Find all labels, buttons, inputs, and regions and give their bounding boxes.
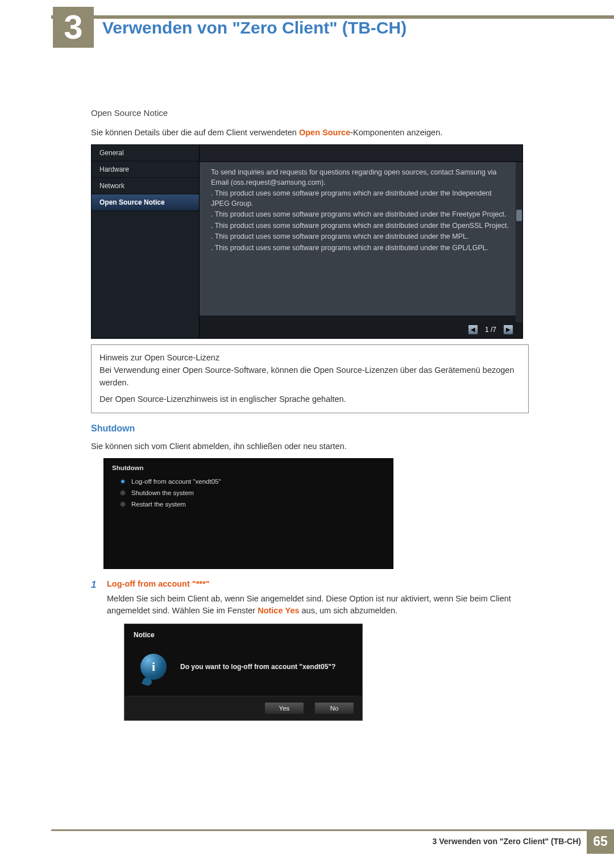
shutdown-intro: Sie können sich vom Client abmelden, ihn… — [91, 441, 529, 452]
shutdown-option-shutdown[interactable]: Shutdown the system — [112, 487, 385, 499]
sidebar-item-hardware[interactable]: Hardware — [92, 161, 199, 178]
footer-chapter-label: 3 Verwenden von "Zero Client" (TB-CH) — [433, 837, 581, 846]
open-source-highlight: Open Source — [299, 128, 350, 137]
option-label: Shutdown the system — [131, 489, 194, 496]
open-source-intro: Sie können Details über die auf dem Clie… — [91, 127, 529, 139]
license-line: . This product uses some software progra… — [211, 243, 511, 254]
sidebar-item-open-source[interactable]: Open Source Notice — [92, 194, 199, 211]
open-source-screenshot: General Hardware Network Open Source Not… — [91, 144, 523, 339]
dialog-button-bar: Yes No — [125, 696, 362, 720]
notice-highlight: Notice — [258, 606, 283, 615]
no-button[interactable]: No — [314, 702, 354, 715]
pager: ◀ 1 /7 ▶ — [468, 325, 513, 335]
logoff-description: Melden Sie sich beim Client ab, wenn Sie… — [107, 593, 529, 617]
next-page-button[interactable]: ▶ — [503, 325, 513, 335]
page-indicator: 1 /7 — [485, 326, 496, 334]
info-icon: i — [140, 654, 167, 680]
license-line: . This product uses some software progra… — [211, 221, 511, 231]
license-note-box: Hinweis zur Open Source-Lizenz Bei Verwe… — [91, 344, 529, 413]
radio-selected-icon — [120, 479, 126, 484]
scroll-thumb[interactable] — [516, 210, 522, 221]
shutdown-option-restart[interactable]: Restart the system — [112, 499, 385, 510]
license-line: . This product uses some software progra… — [211, 189, 511, 209]
text: aus, um sich abzumelden. — [300, 606, 397, 615]
note-line: Hinweis zur Open Source-Lizenz — [99, 352, 520, 364]
license-line: . This product uses some software progra… — [211, 210, 511, 220]
notice-dialog-screenshot: Notice i Do you want to log-off from acc… — [124, 624, 363, 721]
page-number: 65 — [587, 829, 614, 854]
license-line: To send inquiries and requests for quest… — [211, 168, 511, 188]
shutdown-option-logoff[interactable]: Log-off from account "xendt05" — [112, 476, 385, 487]
shutdown-heading: Shutdown — [91, 423, 529, 434]
option-label: Log-off from account "xendt05" — [131, 478, 221, 485]
prev-page-button[interactable]: ◀ — [468, 325, 478, 335]
radio-icon — [120, 501, 126, 507]
note-line: Bei Verwendung einer Open Source-Softwar… — [99, 364, 520, 389]
license-line: . This product uses some software progra… — [211, 232, 511, 242]
panel-header — [200, 145, 522, 162]
chapter-number-badge: 3 — [53, 7, 94, 48]
radio-icon — [120, 490, 126, 496]
notice-message: Do you want to log-off from account "xen… — [180, 663, 335, 671]
yes-button[interactable]: Yes — [264, 702, 304, 715]
page-footer: 3 Verwenden von "Zero Client" (TB-CH) 65 — [51, 829, 614, 852]
chapter-title: Verwenden von "Zero Client" (TB-CH) — [102, 18, 406, 38]
shutdown-dialog-title: Shutdown — [112, 464, 385, 471]
yes-highlight: Yes — [285, 606, 300, 615]
sidebar-item-network[interactable]: Network — [92, 178, 199, 194]
open-source-heading: Open Source Notice — [91, 108, 529, 118]
settings-panel: To send inquiries and requests for quest… — [200, 145, 522, 338]
shutdown-screenshot: Shutdown Log-off from account "xendt05" … — [103, 458, 393, 569]
note-line: Der Open Source-Lizenzhinweis ist in eng… — [99, 393, 520, 406]
text: Sie können Details über die auf dem Clie… — [91, 128, 299, 137]
scrollbar[interactable] — [516, 162, 522, 322]
logoff-subheading: Log-off from account "***" — [107, 579, 529, 588]
list-number: 1 — [91, 579, 100, 591]
license-text-area: To send inquiries and requests for quest… — [200, 162, 522, 315]
notice-dialog-title: Notice — [125, 624, 362, 646]
sidebar-item-general[interactable]: General — [92, 145, 199, 161]
text: -Komponenten anzeigen. — [350, 128, 442, 137]
settings-sidebar: General Hardware Network Open Source Not… — [92, 145, 200, 338]
option-label: Restart the system — [131, 501, 186, 508]
